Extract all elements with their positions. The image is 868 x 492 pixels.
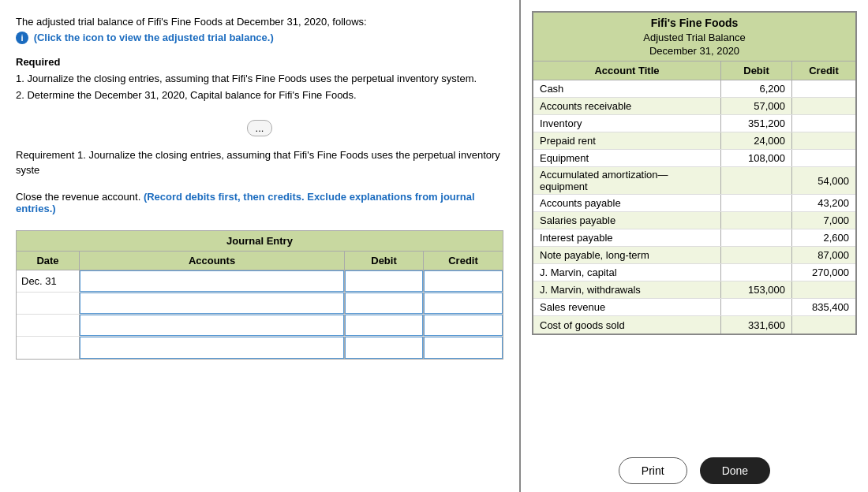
accounts-input-3[interactable] — [80, 315, 344, 336]
jr-accounts-cell-2[interactable] — [80, 293, 345, 314]
close-revenue-text: Close the revenue account. — [16, 191, 140, 203]
tb-account-cell: Accumulated amortization— equipment — [533, 167, 721, 194]
required-title: Required — [16, 56, 503, 68]
table-row: Interest payable2,600 — [533, 229, 855, 247]
tb-account-cell: J. Marvin, capital — [533, 264, 721, 281]
debit-input-4[interactable] — [345, 337, 423, 359]
jr-credit-cell-4[interactable] — [424, 337, 503, 359]
tb-credit-cell: 835,400 — [792, 299, 855, 315]
dec-label: Dec. — [21, 275, 43, 287]
jr-date-cell-3 — [17, 315, 80, 336]
dots-button[interactable]: ... — [247, 120, 273, 136]
report-date: December 31, 2020 — [533, 44, 855, 61]
intro-text: The adjusted trial balance of Fifi's Fin… — [16, 16, 367, 28]
report-title: Adjusted Trial Balance — [533, 31, 855, 44]
table-row: J. Marvin, capital270,000 — [533, 264, 855, 281]
col-debit-header: Debit — [721, 62, 792, 80]
tb-body: Cash6,200Accounts receivable57,000Invent… — [533, 80, 855, 334]
tb-credit-cell — [792, 132, 855, 149]
jr-credit-cell[interactable] — [424, 270, 503, 292]
tb-debit-cell — [721, 299, 792, 315]
bottom-buttons: Print Done — [619, 457, 770, 484]
table-row: Prepaid rent24,000 — [533, 132, 855, 150]
tb-credit-cell — [792, 150, 855, 166]
table-row: J. Marvin, withdrawals153,000 — [533, 281, 855, 299]
credit-input-2[interactable] — [424, 293, 503, 314]
jr-debit-cell-4[interactable] — [345, 337, 424, 359]
table-row: Salaries payable7,000 — [533, 212, 855, 229]
tb-debit-cell — [721, 264, 792, 281]
jr-credit-cell-3[interactable] — [424, 315, 503, 336]
col-debit-header: Debit — [345, 252, 424, 270]
col-accounts-header: Accounts — [80, 252, 345, 270]
jr-debit-cell-3[interactable] — [345, 315, 424, 336]
accounts-input-1[interactable] — [80, 270, 344, 292]
tb-account-cell: J. Marvin, withdrawals — [533, 281, 721, 298]
right-panel: Fifi's Fine Foods Adjusted Trial Balance… — [521, 0, 868, 492]
tb-debit-cell: 351,200 — [721, 115, 792, 132]
tb-account-cell: Prepaid rent — [533, 132, 721, 149]
left-panel: The adjusted trial balance of Fifi's Fin… — [0, 0, 521, 492]
tb-debit-cell: 24,000 — [721, 132, 792, 149]
table-row: Inventory351,200 — [533, 115, 855, 132]
tb-debit-cell — [721, 167, 792, 194]
info-icon: i — [16, 32, 28, 44]
jr-credit-cell-2[interactable] — [424, 293, 503, 314]
journal-entry-table: Journal Entry Date Accounts Debit Credit… — [16, 230, 503, 360]
credit-input-4[interactable] — [424, 337, 503, 359]
jr-date-cell-2 — [17, 293, 80, 314]
table-row: Cost of goods sold331,600 — [533, 316, 855, 334]
tb-account-cell: Inventory — [533, 115, 721, 132]
dots-row: ... — [16, 120, 503, 136]
done-button[interactable]: Done — [700, 457, 770, 484]
accounts-input-2[interactable] — [80, 293, 344, 314]
print-button[interactable]: Print — [619, 457, 687, 484]
table-row: Accounts receivable57,000 — [533, 98, 855, 115]
debit-input-1[interactable] — [345, 270, 423, 292]
credit-input-3[interactable] — [424, 315, 503, 336]
accounts-input-4[interactable] — [80, 337, 344, 359]
req2-text: 2. Determine the December 31, 2020, Capi… — [16, 88, 503, 104]
tb-debit-cell — [721, 229, 792, 246]
tb-account-cell: Accounts payable — [533, 195, 721, 211]
tb-account-cell: Sales revenue — [533, 299, 721, 315]
journal-header: Journal Entry — [17, 231, 503, 252]
tb-account-cell: Note payable, long-term — [533, 247, 721, 263]
jr-accounts-cell-4[interactable] — [80, 337, 345, 359]
table-row: Accounts payable43,200 — [533, 195, 855, 212]
trial-balance-section: Fifi's Fine Foods Adjusted Trial Balance… — [532, 11, 857, 335]
tb-debit-cell: 6,200 — [721, 80, 792, 97]
debit-input-2[interactable] — [345, 293, 423, 314]
tb-credit-cell: 87,000 — [792, 247, 855, 263]
table-row: Equipment108,000 — [533, 150, 855, 167]
table-row: Cash6,200 — [533, 80, 855, 98]
company-name: Fifi's Fine Foods — [533, 13, 855, 31]
info-link[interactable]: (Click the icon to view the adjusted tri… — [34, 32, 274, 43]
tb-debit-cell — [721, 247, 792, 263]
journal-row: Dec. 31 — [17, 270, 503, 293]
jr-accounts-cell-3[interactable] — [80, 315, 345, 336]
tb-debit-cell: 57,000 — [721, 98, 792, 114]
tb-debit-cell: 331,600 — [721, 316, 792, 334]
tb-credit-cell — [792, 281, 855, 298]
tb-account-cell: Accounts receivable — [533, 98, 721, 114]
tb-credit-cell — [792, 316, 855, 334]
tb-credit-cell — [792, 80, 855, 97]
jr-debit-cell-2[interactable] — [345, 293, 424, 314]
tb-account-cell: Salaries payable — [533, 212, 721, 229]
tb-credit-cell — [792, 98, 855, 114]
col-date-header: Date — [17, 252, 80, 270]
jr-debit-cell[interactable] — [345, 270, 424, 292]
jr-accounts-cell[interactable] — [80, 270, 345, 292]
col-credit-header: Credit — [424, 252, 503, 270]
tb-credit-cell — [792, 115, 855, 132]
debit-input-3[interactable] — [345, 315, 423, 336]
tb-col-headers: Account Title Debit Credit — [533, 61, 855, 80]
tb-account-cell: Cash — [533, 80, 721, 97]
trial-balance-table: Fifi's Fine Foods Adjusted Trial Balance… — [532, 11, 857, 335]
journal-row — [17, 337, 503, 359]
credit-input-1[interactable] — [424, 270, 503, 292]
dec-31: 31 — [45, 275, 56, 287]
tb-account-cell: Interest payable — [533, 229, 721, 246]
tb-credit-cell: 2,600 — [792, 229, 855, 246]
